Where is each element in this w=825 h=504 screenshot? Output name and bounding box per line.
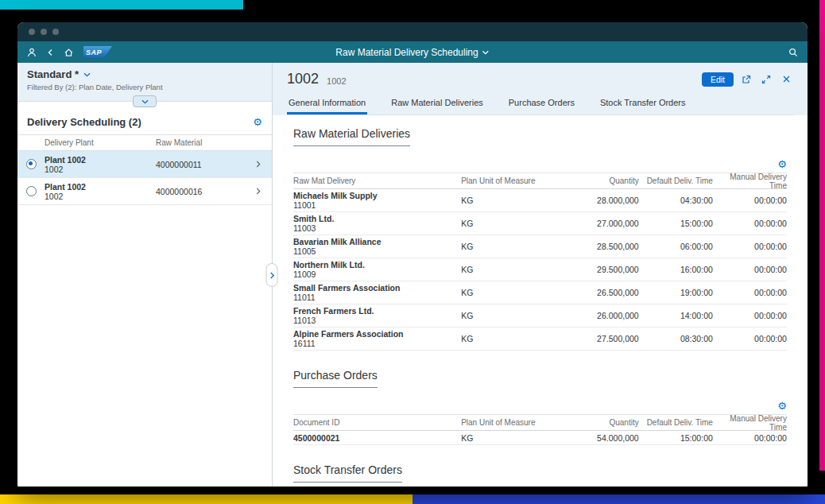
plant-id: 1002 [45,192,156,201]
window-close-button[interactable] [29,29,35,35]
table-row[interactable]: French Farmers Ltd.11013 KG 26.000,000 1… [293,304,787,328]
column-header: Default Deliv. Time [639,418,713,427]
panel-expand-handle[interactable] [266,263,278,287]
default-time-cell: 08:30:00 [639,334,713,343]
app-title-menu[interactable]: Raw Material Delivery Scheduling [335,41,489,63]
filter-bar-expand-button[interactable] [133,95,157,107]
sap-logo-text: SAP [86,48,102,56]
search-icon[interactable] [788,48,798,57]
tab-purchase-orders[interactable]: Purchase Orders [507,94,576,114]
column-header: Document ID [293,417,461,429]
back-icon[interactable] [46,48,54,57]
delivery-cell: Northern Milk Ltd.11009 [293,258,461,281]
section-purchase-orders: Purchase Orders ⚙ Document ID Plan Unit … [293,368,787,445]
close-icon[interactable] [779,72,793,87]
raw-material-deliveries-table: Raw Mat Delivery Plan Unit of Measure Qu… [293,173,787,351]
supplier-name: Michaels Milk Supply [293,191,461,200]
list-title: Delivery Scheduling (2) [27,116,141,128]
column-header: Raw Mat Delivery [293,175,461,188]
table-toolbar: ⚙ [293,159,787,169]
delivery-id: 11001 [293,200,461,210]
table-settings-icon[interactable]: ⚙ [253,117,262,127]
tab-general-information[interactable]: General Information [287,94,367,114]
plant-name: Plant 1002 [45,155,156,165]
table-row[interactable]: Small Farmers Association11011 KG 26.500… [293,281,787,304]
column-header-raw-material: Raw Material [156,138,250,147]
default-time-cell: 16:00:00 [639,265,713,274]
page-title: 1002 [287,71,319,87]
manual-time-cell: 00:00:00 [713,265,787,274]
app-window: SAP Raw Material Delivery Scheduling Sta… [17,22,808,487]
chevron-down-icon [482,50,490,55]
tab-stock-transfer-orders[interactable]: Stock Transfer Orders [598,94,688,114]
master-list-body: Delivery Scheduling (2) ⚙ Delivery Plant… [17,102,272,487]
delivery-id: 16111 [293,339,461,348]
quantity-cell: 29.500,000 [565,265,639,274]
default-time-cell: 14:00:00 [639,311,713,320]
default-time-cell: 19:00:00 [639,288,713,297]
fullscreen-icon[interactable] [759,72,773,87]
share-icon[interactable] [739,72,753,87]
table-row[interactable]: Alpine Farmers Association16111 KG 27.50… [293,328,787,351]
shell-header: SAP Raw Material Delivery Scheduling [17,41,808,63]
window-minimize-button[interactable] [41,29,47,35]
radio-unselected[interactable] [26,186,37,196]
table-row[interactable]: Plant 1002 1002 4000000011 [17,151,272,178]
filtered-by-text: Filtered By (2): Plan Date, Delivery Pla… [27,83,262,91]
master-list-panel: Standard * Filtered By (2): Plan Date, D… [17,63,273,487]
uom-cell: KG [461,288,564,297]
delivery-cell: Smith Ltd.11003 [293,212,461,235]
manual-time-cell: 00:00:00 [713,334,787,343]
uom-cell: KG [461,219,564,228]
table-header-row: Document ID Plan Unit of Measure Quantit… [293,414,787,431]
column-header: Quantity [565,176,639,185]
manual-time-cell: 00:00:00 [713,433,787,443]
delivery-id: 11003 [293,223,461,233]
manual-time-cell: 00:00:00 [713,196,787,205]
uom-cell: KG [461,311,564,320]
sap-logo: SAP [83,46,112,58]
quantity-cell: 27.500,000 [565,334,639,343]
column-header: Manual Delivery Time [713,173,787,190]
delivery-cell: Alpine Farmers Association16111 [293,328,461,350]
manual-time-cell: 00:00:00 [713,288,787,297]
supplier-name: Smith Ltd. [293,214,461,223]
table-row[interactable]: Smith Ltd.11003 KG 27.000,000 15:00:00 0… [293,212,787,235]
raw-material-cell: 4000000011 [156,160,250,169]
column-header: Plan Unit of Measure [461,176,564,185]
home-icon[interactable] [64,48,74,57]
desktop-strip-blue [412,494,825,504]
window-titlebar [17,22,808,41]
chevron-right-icon[interactable] [250,188,267,195]
table-row[interactable]: Bavarian Milk Alliance11005 KG 28.500,00… [293,235,787,258]
chevron-right-icon[interactable] [250,161,267,168]
detail-panel: 1002 1002 Edit [273,63,808,487]
user-profile-icon[interactable] [27,48,37,57]
table-settings-icon[interactable]: ⚙ [777,159,787,169]
radio-selected[interactable] [26,159,37,169]
table-row[interactable]: Michaels Milk Supply11001 KG 28.000,000 … [293,189,787,212]
table-settings-icon[interactable]: ⚙ [777,401,787,411]
delivery-cell: Small Farmers Association11011 [293,281,461,304]
tab-raw-material-deliveries[interactable]: Raw Material Deliveries [389,94,485,114]
edit-button[interactable]: Edit [702,72,734,87]
object-title-row: 1002 1002 Edit [287,71,793,87]
object-page-header: 1002 1002 Edit [273,63,808,115]
section-title: Purchase Orders [293,369,378,388]
variant-header: Standard * Filtered By (2): Plan Date, D… [17,63,272,102]
plant-name: Plant 1002 [45,182,156,192]
window-maximize-button[interactable] [52,29,59,35]
delivery-id: 11011 [293,293,461,302]
header-actions: Edit [702,72,793,87]
table-row[interactable]: Plant 1002 1002 4000000016 [17,178,272,205]
default-time-cell: 15:00:00 [639,433,713,443]
variant-selector[interactable]: Standard * [27,68,262,80]
column-header: Quantity [565,418,639,427]
table-row[interactable]: 4500000021 KG 54.000,000 15:00:00 00:00:… [293,431,787,445]
table-row[interactable]: Northern Milk Ltd.11009 KG 29.500,000 16… [293,258,787,281]
main-content: Standard * Filtered By (2): Plan Date, D… [17,63,808,487]
supplier-name: Alpine Farmers Association [293,329,461,339]
uom-cell: KG [461,433,564,443]
default-time-cell: 15:00:00 [639,219,713,228]
document-id: 4500000021 [293,433,461,443]
